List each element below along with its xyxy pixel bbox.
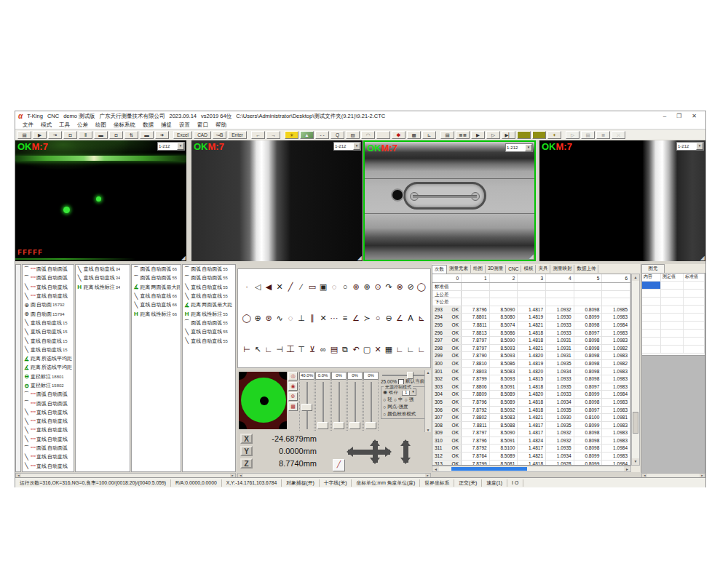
toolbar-play-2-button[interactable]: ▷ <box>566 131 579 139</box>
toolbar-enter-button[interactable]: Enter <box>228 131 247 139</box>
tool-icon[interactable]: ∟ <box>395 345 405 354</box>
toolbar-print-2-button[interactable]: ≣ <box>596 131 610 139</box>
toolbar-open-button[interactable]: ▶ <box>33 131 47 139</box>
feature-row[interactable]: ╲直线自动直线55 <box>183 283 235 292</box>
feature-row[interactable]: ╲直线自动直线15 <box>23 319 74 327</box>
resize-grip-icon[interactable]: ◢ <box>181 255 186 261</box>
feature-row[interactable]: ⌒***圆弧自动圆弧 <box>23 265 74 274</box>
tab-夹具[interactable]: 夹具 <box>536 265 550 273</box>
menu-文件[interactable]: 文件 <box>23 121 33 129</box>
toolbar-lasso-button[interactable]: ◠ <box>361 131 375 139</box>
feature-row[interactable]: ⌒***圆弧自动圆弧 <box>23 274 74 282</box>
minimize-button[interactable]: – <box>663 113 666 119</box>
scroll-down-icon[interactable]: ▼ <box>632 458 639 465</box>
master-brightness-slider[interactable] <box>382 372 427 378</box>
detail-table[interactable]: 内容测定值标准值 <box>641 273 705 356</box>
toolbar-hatch-button[interactable]: ▨ <box>346 131 360 139</box>
toolbar-pause-button[interactable]: ▮▮ <box>532 131 546 139</box>
feature-row[interactable]: ╲***直线自动直线 <box>23 283 74 292</box>
menu-工具[interactable]: 工具 <box>59 121 70 129</box>
feature-row[interactable]: ⌒***圆弧自动圆弧 <box>23 444 74 453</box>
result-row[interactable]: 303OK7.88068.50911.48181.09350.80971.098… <box>432 383 630 391</box>
result-row[interactable]: 295OK7.88118.50741.48211.09330.80981.098… <box>432 322 630 330</box>
tool-icon[interactable]: ▦ <box>384 345 394 354</box>
feature-row[interactable]: ╲直线自动直线55 <box>183 327 235 336</box>
feature-row[interactable]: ⌒圆弧自动圆弧55 <box>183 265 235 274</box>
result-row[interactable]: 297OK7.87978.50901.48181.09310.80981.098… <box>432 337 630 345</box>
result-row[interactable]: 305OK7.87968.50891.48181.09340.80981.098… <box>432 399 630 407</box>
feature-row[interactable]: H距离线性标注34 <box>76 283 130 292</box>
tool-icon[interactable]: ≻ <box>362 314 372 323</box>
result-row[interactable]: 306OK7.87928.50921.48181.09350.80971.098… <box>432 407 630 415</box>
chevron-down-icon[interactable]: ▾ <box>525 144 532 151</box>
tool-icon[interactable]: ⊕ <box>362 282 372 292</box>
detail-selected-row[interactable] <box>642 282 705 290</box>
toolbar-probe-button[interactable]: ◘ <box>63 131 77 139</box>
tool-icon[interactable]: ↶ <box>351 345 361 354</box>
radio-option[interactable]: ○轻 <box>383 396 392 403</box>
radio-icon[interactable]: ○ <box>404 397 407 402</box>
toolbar-save-2-button[interactable]: ▤ <box>581 131 595 139</box>
toolbar-tools-button[interactable]: ✦ <box>547 131 561 139</box>
channel-slider[interactable]: 0.0% <box>315 372 331 431</box>
tool-icon[interactable]: ∞ <box>318 345 328 354</box>
radio-option[interactable]: ○颜色校准模式 <box>383 411 416 418</box>
tab-测量映射[interactable]: 测量映射 <box>550 265 574 273</box>
slider-track[interactable] <box>347 380 363 431</box>
slider-track[interactable] <box>363 380 379 431</box>
resize-grip-icon[interactable]: ◢ <box>529 253 534 260</box>
tool-icon[interactable]: ✕ <box>373 345 383 354</box>
feature-row[interactable]: ╲直线自动直线66 <box>132 292 181 300</box>
result-row[interactable]: 309OK7.87978.50901.48171.09320.80981.098… <box>432 429 630 437</box>
result-row[interactable]: 294OK7.88018.50801.48191.09300.80991.098… <box>432 314 630 322</box>
feature-row[interactable]: ⌒***圆弧自动圆弧 <box>23 399 74 407</box>
tool-icon[interactable]: ⋯ <box>329 314 339 323</box>
tool-icon[interactable]: ↖ <box>253 345 263 354</box>
tool-icon[interactable]: ✕ <box>274 282 285 292</box>
result-row[interactable]: 299OK7.87908.50931.48201.09310.80981.098… <box>432 352 630 360</box>
toolbar-save-button[interactable]: ▤ <box>17 131 31 139</box>
tool-icon[interactable]: ⊙ <box>373 282 383 292</box>
tool-icon[interactable]: ○ <box>340 282 350 292</box>
options-scrollbar[interactable]: ▲▼ <box>424 370 431 432</box>
toolbar-move-button[interactable]: ⇥ <box>48 131 62 139</box>
tool-icon[interactable]: ∿ <box>274 314 285 323</box>
tool-icon[interactable]: ⊗ <box>395 282 405 292</box>
feature-scrollbar[interactable] <box>15 264 21 472</box>
feature-row[interactable]: ∡距离所选线平均距 <box>23 354 74 363</box>
spec-row[interactable]: 标准值 <box>432 283 630 291</box>
result-row[interactable]: 298OK7.87978.50931.48211.09310.80981.098… <box>432 345 630 353</box>
chevron-down-icon[interactable]: ▾ <box>696 143 703 150</box>
tab-绘图[interactable]: 绘图 <box>471 265 486 273</box>
result-row[interactable]: 310OK7.87968.50911.48241.09320.80981.098… <box>432 437 630 445</box>
results-vertical-scrollbar[interactable]: ▲ ▼ <box>631 274 640 466</box>
tab-CNC[interactable]: CNC <box>506 266 521 272</box>
toolbar-export-excel-button[interactable]: Excel <box>173 131 192 139</box>
tool-icon[interactable]: ▢ <box>362 345 372 354</box>
tool-icon[interactable]: A <box>405 314 416 323</box>
chevron-down-icon[interactable]: ▾ <box>177 143 184 150</box>
toolbar-play-end-button[interactable]: ▶▏ <box>502 131 515 139</box>
tab-3D测量[interactable]: 3D测量 <box>486 265 506 273</box>
feature-row[interactable]: ╲***直线自动直线 <box>23 435 74 444</box>
light-segment-button[interactable]: ⊚ <box>288 392 298 401</box>
feature-row[interactable]: ╲直线自动直线55 <box>183 292 235 300</box>
resize-grip-icon[interactable]: ◢ <box>700 255 705 261</box>
slider-track[interactable] <box>331 380 347 431</box>
feature-row[interactable]: ⊖直径标注15802 <box>23 381 74 390</box>
tool-icon[interactable]: ⧉ <box>340 345 350 354</box>
tool-icon[interactable]: · <box>242 282 252 292</box>
tool-icon[interactable]: ▤ <box>329 345 339 354</box>
tool-icon[interactable]: ∟ <box>405 345 416 354</box>
feature-row[interactable]: ╲***直线自动直线 <box>23 408 74 417</box>
chevron-down-icon[interactable]: ▾ <box>353 143 360 150</box>
toolbar-printers-button[interactable]: ≣≣ <box>456 131 470 139</box>
scrollbar-thumb[interactable] <box>451 467 527 471</box>
menu-帮助[interactable]: 帮助 <box>215 121 226 129</box>
toolbar-goto-button[interactable]: ➜ <box>155 131 169 139</box>
feature-row[interactable]: ∡距离两圆弧最大距 <box>132 283 181 292</box>
camera-view-2[interactable]: OKM:7 1-212▾ ◢ <box>191 140 363 261</box>
tool-icon[interactable]: ◌ <box>329 282 339 292</box>
channel-slider[interactable]: 0% <box>347 372 363 431</box>
scroll-left-icon[interactable]: ◄ <box>432 466 439 471</box>
